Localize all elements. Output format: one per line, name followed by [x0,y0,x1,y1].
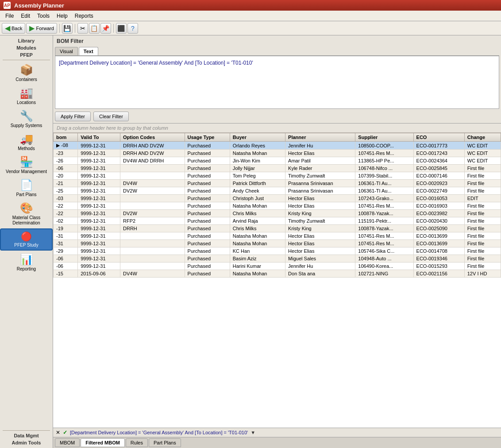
copy-button[interactable]: 📋 [89,23,100,34]
bom-filter-title: BOM Filter [55,37,499,45]
table-cell: Purchased [185,255,230,263]
table-cell [120,263,185,270]
table-row[interactable]: -199999-12-31DRRHPurchasedChris MilksKri… [54,225,501,232]
forward-button[interactable]: ▶ Forward [26,23,57,34]
sidebar-item-material-class[interactable]: 🎨 Material Class Determination [0,200,53,228]
table-row[interactable]: -239999-12-31DRRH AND DV2WPurchasedNatas… [54,150,501,157]
table-cell: Purchased [185,270,230,278]
sidebar-item-pfep-study[interactable]: 🔴 PFEP Study [0,228,53,251]
tab-filtered-mbom[interactable]: Filtered MBOM [81,438,125,447]
table-cell: Hector Elias [285,195,355,202]
table-row[interactable]: -029999-12-31RFP2PurchasedArvind RajaTim… [54,217,501,225]
table-cell: 102721-NING [355,270,413,278]
table-row[interactable]: -219999-12-31DV4WPurchasedPatrick Dittfo… [54,180,501,187]
sidebar-item-admin-tools[interactable]: Admin Tools [10,439,43,446]
col-header-eco[interactable]: ECO [413,133,464,142]
apply-filter-button[interactable]: Apply Filter [55,112,91,121]
menu-edit[interactable]: Edit [17,12,34,20]
cut-button[interactable]: ✂ [77,23,88,34]
menu-tools[interactable]: Tools [34,12,53,20]
table-cell: Kristy King [285,210,355,217]
tab-part-plans[interactable]: Part Plans [149,438,181,447]
sidebar-item-data-mgmt[interactable]: Data Mgmt [12,432,40,439]
tab-text[interactable]: Text [79,47,98,55]
menu-reports[interactable]: Reports [71,12,97,20]
table-cell: Natasha Mohan [230,150,285,157]
clear-filter-button[interactable]: Clear Filter [93,112,129,121]
filter-close-icon[interactable]: ✕ [56,429,60,436]
sidebar-item-part-plans[interactable]: 📄 Part Plans [0,177,53,199]
col-header-planner[interactable]: Planner [285,133,355,142]
table-cell: ECO-0015293 [413,263,464,270]
col-header-option-codes[interactable]: Option Codes [120,133,185,142]
sidebar-item-locations[interactable]: 🏭 Locations [0,85,53,107]
back-button[interactable]: ◀ Back [2,23,25,34]
table-cell: 9999-12-31 [78,150,120,157]
cell-bom: -31 [54,240,78,247]
sidebar-item-library[interactable]: Library [16,37,36,44]
grid-wrapper[interactable]: bom Valid To Option Codes Usage Type Buy… [53,133,501,428]
table-cell: RFP2 [120,217,185,225]
tab-visual[interactable]: Visual [55,47,78,55]
sidebar-item-pfep[interactable]: PFEP [18,51,35,58]
table-cell: Don Sta ana [285,270,355,278]
table-row[interactable]: -269999-12-31DV4W AND DRRHPurchasedJin-W… [54,157,501,165]
bottom-tabs: MBOM Filtered MBOM Rules Part Plans [53,437,501,448]
locations-label: Locations [17,100,36,105]
table-row[interactable]: -039999-12-31PurchasedChristoph JustHect… [54,195,501,202]
tab-rules[interactable]: Rules [126,438,148,447]
paste-button[interactable]: 📌 [100,23,111,34]
help-button[interactable]: ? [127,23,138,34]
table-row[interactable]: -069999-12-31PurchasedJolly NijjarKyle R… [54,165,501,172]
table-row[interactable]: -229999-12-31DV2WPurchasedChris MilksKri… [54,210,501,217]
cell-bom: -15 [54,270,78,278]
save-button[interactable]: 💾 [62,23,73,34]
menu-file[interactable]: File [2,12,17,20]
col-header-usage-type[interactable]: Usage Type [185,133,230,142]
table-cell: Chris Milks [230,210,285,217]
table-cell: Purchased [185,217,230,225]
table-cell: Purchased [185,263,230,270]
table-cell: DV2W [120,210,185,217]
table-cell: 9999-12-31 [78,225,120,232]
table-row[interactable]: ▶ -089999-12-31DRRH AND DV2WPurchasedOrl… [54,142,501,150]
menu-help[interactable]: Help [53,12,71,20]
table-row[interactable]: -259999-12-31DV2WPurchasedAndy CheekPras… [54,187,501,195]
panel-button[interactable]: ⬛ [116,23,127,34]
table-row[interactable]: -229999-12-31PurchasedNatasha MohanHecto… [54,202,501,210]
table-row[interactable]: -209999-12-31PurchasedTom PelegTimothy Z… [54,172,501,180]
col-header-change[interactable]: Change [464,133,501,142]
table-cell: Hector Elias [285,247,355,255]
table-cell: WC EDIT [464,142,501,150]
col-header-supplier[interactable]: Supplier [355,133,413,142]
sidebar-item-methods[interactable]: 🚚 Methods [0,131,53,153]
col-header-bom[interactable]: bom [54,133,78,142]
pfep-study-label: PFEP Study [14,243,38,248]
table-row[interactable]: -299999-12-31PurchasedKC HanHector Elias… [54,247,501,255]
col-header-buyer[interactable]: Buyer [230,133,285,142]
table-row[interactable]: -069999-12-31PurchasedHarini KumarJennif… [54,263,501,270]
table-cell: Purchased [185,172,230,180]
sidebar-item-modules[interactable]: Modules [15,44,38,51]
table-row[interactable]: -319999-12-31PurchasedNatasha MohanHecto… [54,240,501,247]
table-cell: 107399-Stabil... [355,172,413,180]
table-row[interactable]: -152015-09-06DV4WPurchasedNatasha MohanD… [54,270,501,278]
col-header-valid-to[interactable]: Valid To [78,133,120,142]
tab-mbom[interactable]: MBOM [55,438,80,447]
sidebar-item-supply-systems[interactable]: 🔧 Supply Systems [0,108,53,130]
table-cell: 9999-12-31 [78,142,120,150]
sidebar-item-vendor-management[interactable]: 🏪 Vendor Management [0,154,53,176]
table-row[interactable]: -319999-12-31PurchasedNatasha MohanHecto… [54,232,501,240]
table-row[interactable]: -069999-12-31PurchasedBasim AzizMiguel S… [54,255,501,263]
table-cell: WC EDIT [464,157,501,165]
table-cell: ECO-0024364 [413,157,464,165]
table-cell: EDIT [464,195,501,202]
filter-check-icon[interactable]: ✓ [63,429,67,436]
table-cell: 100878-Yazak... [355,210,413,217]
sidebar-item-containers[interactable]: 📦 Containers [0,62,53,84]
filter-dropdown-icon[interactable]: ▼ [250,430,255,435]
table-cell: Purchased [185,240,230,247]
table-cell: ECO-0007146 [413,172,464,180]
sidebar-item-reporting[interactable]: 📊 Reporting [0,251,53,274]
containers-label: Containers [15,77,37,82]
